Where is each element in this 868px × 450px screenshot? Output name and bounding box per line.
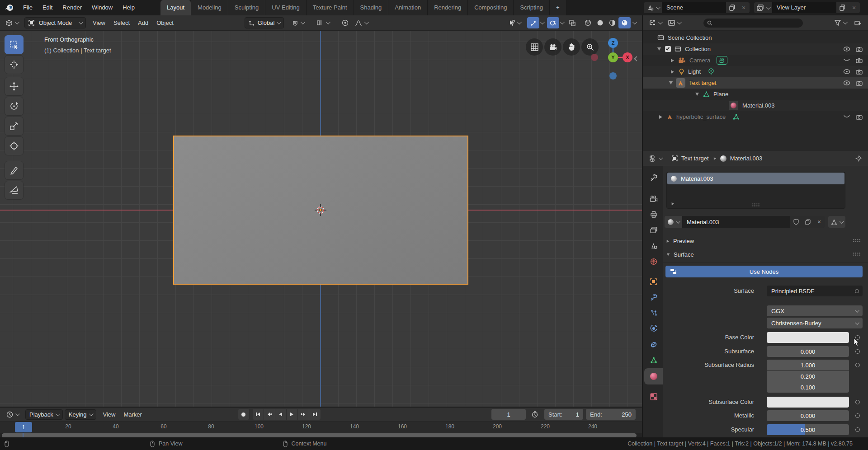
tool-annotate[interactable] [5,161,24,180]
tool-select-box[interactable] [5,35,24,54]
axis-gizmo[interactable]: Z X Y [588,34,638,85]
tab-shading[interactable]: Shading [354,0,389,15]
grid-overlay-icon[interactable] [526,38,543,56]
subsurface-color-swatch[interactable] [767,397,849,408]
panel-surface[interactable]: Surface [666,251,694,258]
disclosure-collapsed-icon[interactable] [671,59,674,62]
tool-transform[interactable] [5,136,24,155]
use-preview-range-icon[interactable] [528,409,541,420]
tab-rendering[interactable]: Rendering [428,0,468,15]
menu-window[interactable]: Window [87,0,118,15]
filter-icon[interactable] [831,17,850,28]
outliner-row-material[interactable]: Material.003 [643,100,868,111]
unlink-scene-icon[interactable]: × [738,2,750,13]
disclosure-expanded-icon[interactable] [669,81,673,84]
fake-user-shield-icon[interactable] [790,216,802,228]
subsurface-slider[interactable]: 0.000 [767,346,849,357]
tool-rotate[interactable] [5,97,24,116]
select-pointer-icon[interactable] [505,17,524,28]
new-collection-icon[interactable] [850,17,865,28]
material-name-field[interactable]: Material.003 [682,216,790,228]
specular-slider[interactable]: 0.500 [767,424,849,435]
tab-particles-icon[interactable] [644,305,663,321]
outliner-search-input[interactable] [703,19,803,28]
render-visibility-camera-icon[interactable] [856,58,863,63]
tab-uv-editing[interactable]: UV Editing [265,0,306,15]
keyframe-dot[interactable] [855,427,860,432]
view-menu[interactable]: View [99,411,120,418]
collection-checkbox[interactable] [665,46,671,52]
tab-compositing[interactable]: Compositing [468,0,514,15]
proportional-editing-icon[interactable] [339,17,351,28]
new-scene-icon[interactable] [726,2,738,13]
prev-keyframe-icon[interactable] [264,409,275,420]
scene-name-field[interactable]: Scene [662,2,726,13]
metallic-slider[interactable]: 0.000 [767,410,849,421]
menu-add[interactable]: Add [134,19,152,26]
outliner-row-collection[interactable]: Collection [643,43,868,55]
blender-logo-icon[interactable] [0,4,18,12]
editor-type-properties-icon[interactable] [646,153,665,164]
transform-orientation-dropdown[interactable]: Global [245,17,284,28]
tab-modifiers-icon[interactable] [644,290,663,306]
current-frame-field[interactable]: 1 [491,409,526,420]
falloff-curve-icon[interactable] [351,17,371,28]
keying-menu[interactable]: Keying [65,409,96,420]
keyframe-dot[interactable] [855,349,860,354]
unlink-material-icon[interactable]: × [814,216,825,228]
pivot-point-icon[interactable] [311,17,335,28]
shading-material-icon[interactable] [606,17,618,28]
resize-grip[interactable] [752,203,760,206]
shading-solid-icon[interactable] [594,17,606,28]
camera-view-icon[interactable] [544,38,561,56]
menu-help[interactable]: Help [118,0,140,15]
browse-material-icon[interactable] [665,216,682,228]
subsurface-radius-z[interactable]: 0.100 [767,382,849,393]
viewport-3d[interactable]: Front Orthographic (1) Collection | Text… [0,31,642,407]
tool-measure[interactable] [5,181,24,200]
tab-object-icon[interactable] [644,273,663,290]
render-visibility-camera-icon[interactable] [856,114,863,120]
tab-world-icon[interactable] [644,253,663,270]
disclosure-expanded-icon[interactable] [695,93,699,96]
mesh-data-icon[interactable] [733,114,740,120]
disclosure-expanded-icon[interactable] [657,47,661,51]
outliner-row-text-target[interactable]: Text target [643,77,868,89]
disclosure-collapsed-icon[interactable] [659,115,662,119]
outliner-row-camera[interactable]: Camera [643,55,868,66]
tool-cursor[interactable] [5,55,24,74]
snap-magnet-icon[interactable] [288,17,307,28]
pin-icon[interactable] [855,155,862,162]
base-color-swatch[interactable] [767,332,849,343]
chevron-down-icon[interactable] [540,20,545,24]
tab-constraints-icon[interactable] [644,337,663,353]
chevron-down-icon[interactable] [632,20,637,24]
breadcrumb-object[interactable]: Text target [681,155,709,162]
subsurface-radius-x[interactable]: 1.000 [767,360,849,370]
editor-type-timeline-icon[interactable] [3,409,22,420]
tab-texture-paint[interactable]: Texture Paint [307,0,354,15]
end-frame-field[interactable]: End: 250 [586,409,636,420]
show-gizmo-toggle[interactable] [527,17,539,28]
keyframe-dot[interactable] [855,363,860,367]
tab-animation[interactable]: Animation [388,0,428,15]
play-icon[interactable] [287,409,298,420]
mode-dropdown[interactable]: Object Mode [24,17,86,28]
editor-type-3d-viewport-icon[interactable] [3,17,21,28]
menu-edit[interactable]: Edit [38,0,57,15]
display-mode-icon[interactable] [665,17,684,28]
breadcrumb-material[interactable]: Material.003 [730,155,763,162]
hide-eye-icon[interactable] [843,69,850,74]
chevron-down-icon[interactable] [560,20,565,24]
hide-eye-closed-icon[interactable] [843,115,850,119]
tab-scripting[interactable]: Scripting [514,0,550,15]
render-visibility-camera-icon[interactable] [856,69,863,75]
tab-tool-icon[interactable] [644,170,663,186]
tool-move[interactable] [5,77,24,96]
duplicate-data-icon[interactable] [802,216,814,228]
remove-view-layer-icon[interactable]: × [848,2,860,13]
menu-file[interactable]: File [18,0,38,15]
show-overlays-toggle[interactable] [547,17,559,28]
next-keyframe-icon[interactable] [298,409,309,420]
render-visibility-camera-icon[interactable] [856,47,863,52]
